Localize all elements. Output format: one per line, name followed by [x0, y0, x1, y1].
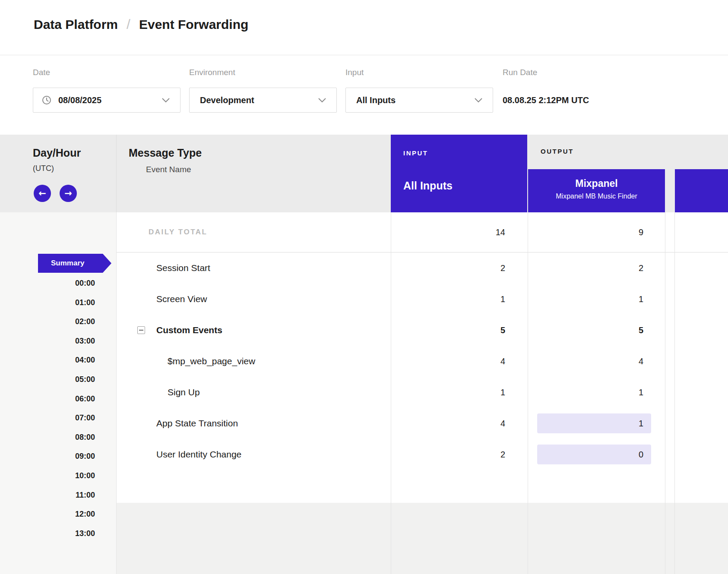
- output-count-highlighted: 1: [537, 413, 651, 433]
- table-row: App State Transition 4 1: [117, 408, 728, 439]
- hour-label[interactable]: 03:00: [0, 331, 95, 351]
- clock-icon: [42, 95, 51, 105]
- hour-label[interactable]: 00:00: [0, 274, 95, 293]
- hour-label[interactable]: 05:00: [0, 370, 95, 389]
- output-count-highlighted: 0: [537, 445, 651, 464]
- grid-header: Day/Hour (UTC) ← → Message Type Event Na…: [0, 135, 728, 212]
- filter-bar: Date Environment Input Run Date 08/08/20…: [0, 56, 728, 135]
- page-title: Event Forwarding: [139, 17, 248, 32]
- daily-total-output-value: 9: [528, 212, 665, 252]
- input-filter-label: Input: [345, 68, 364, 77]
- input-dropdown-value: All Inputs: [356, 95, 396, 105]
- message-type-title: Message Type: [129, 147, 202, 159]
- chevron-down-icon: [475, 98, 482, 103]
- event-name: Custom Events: [156, 315, 222, 346]
- environment-dropdown-value: Development: [200, 95, 254, 105]
- hour-label[interactable]: 06:00: [0, 389, 95, 409]
- grid-body: DAILY TOTAL 14 9 Session Start 2 2 Scree…: [117, 212, 728, 574]
- output-column-label: OUTPUT: [541, 148, 574, 155]
- event-name: Screen View: [156, 284, 207, 315]
- input-count: 1: [391, 284, 528, 315]
- output-name: Mixpanel: [528, 178, 665, 189]
- daily-total-input-value: 14: [391, 212, 528, 252]
- event-rows: Session Start 2 2 Screen View 1 1 Custom…: [117, 252, 728, 470]
- table-row: $mp_web_page_view 4 4: [117, 346, 728, 377]
- output-count: 4: [528, 346, 665, 377]
- day-nav-buttons: ← →: [34, 185, 77, 202]
- column-divider: [665, 212, 665, 574]
- event-name-subtitle: Event Name: [146, 165, 191, 174]
- table-row: Session Start 2 2: [117, 252, 728, 284]
- daily-total-row: DAILY TOTAL 14 9: [117, 212, 728, 252]
- run-date-value: 08.08.25 2:12PM UTC: [503, 88, 589, 113]
- output-connection-name: Mixpanel MB Music Finder: [528, 192, 665, 200]
- input-column-selected: All Inputs: [403, 180, 453, 192]
- next-output-column-partial: [675, 169, 728, 212]
- input-count: 4: [391, 408, 528, 439]
- hour-label[interactable]: 07:00: [0, 408, 95, 428]
- breadcrumb: Data Platform / Event Forwarding: [34, 16, 248, 32]
- output-count: 1: [528, 377, 665, 408]
- environment-filter-label: Environment: [189, 68, 235, 77]
- event-name: Session Start: [156, 252, 210, 284]
- hour-list: 00:00 01:00 02:00 03:00 04:00 05:00 06:0…: [0, 274, 95, 543]
- hour-label[interactable]: 11:00: [0, 486, 95, 505]
- time-column: Summary 00:00 01:00 02:00 03:00 04:00 05…: [0, 212, 117, 574]
- input-dropdown[interactable]: All Inputs: [345, 88, 493, 113]
- table-row: Custom Events 5 5: [117, 315, 728, 346]
- chevron-down-icon: [318, 98, 326, 103]
- collapse-icon[interactable]: [137, 326, 145, 334]
- hour-label[interactable]: 02:00: [0, 312, 95, 331]
- breadcrumb-data-platform[interactable]: Data Platform: [34, 17, 118, 32]
- output-column-mixpanel: Mixpanel Mixpanel MB Music Finder: [528, 169, 665, 212]
- hour-label[interactable]: 13:00: [0, 524, 95, 543]
- next-day-button[interactable]: →: [60, 185, 77, 202]
- hour-label[interactable]: 12:00: [0, 505, 95, 524]
- table-row: Screen View 1 1: [117, 284, 728, 315]
- output-count: 5: [528, 315, 665, 346]
- event-name: $mp_web_page_view: [168, 346, 255, 377]
- grid-body-empty-area: [117, 503, 728, 574]
- input-count: 5: [391, 315, 528, 346]
- run-date-label: Run Date: [503, 68, 537, 77]
- day-hour-header: Day/Hour (UTC) ← →: [0, 135, 117, 212]
- event-name: App State Transition: [156, 408, 238, 439]
- input-count: 2: [391, 439, 528, 470]
- input-column-header: INPUT All Inputs: [391, 135, 527, 212]
- hour-label[interactable]: 04:00: [0, 350, 95, 370]
- hour-label[interactable]: 09:00: [0, 447, 95, 466]
- column-divider: [674, 212, 675, 574]
- input-column-label: INPUT: [403, 149, 428, 157]
- prev-day-button[interactable]: ←: [34, 185, 51, 202]
- event-name: Sign Up: [168, 377, 200, 408]
- event-name: User Identity Change: [156, 439, 241, 470]
- environment-dropdown[interactable]: Development: [189, 88, 337, 113]
- day-hour-title: Day/Hour: [33, 147, 81, 159]
- output-count: 2: [528, 252, 665, 284]
- breadcrumb-separator: /: [127, 16, 130, 32]
- output-count: 1: [528, 284, 665, 315]
- hour-label[interactable]: 10:00: [0, 466, 95, 486]
- top-bar: Data Platform / Event Forwarding: [0, 0, 728, 55]
- daily-total-label: DAILY TOTAL: [149, 228, 207, 237]
- input-count: 2: [391, 252, 528, 284]
- input-count: 4: [391, 346, 528, 377]
- date-filter-label: Date: [33, 68, 50, 77]
- hour-label[interactable]: 08:00: [0, 428, 95, 447]
- table-row: Sign Up 1 1: [117, 377, 728, 408]
- input-count: 1: [391, 377, 528, 408]
- summary-marker[interactable]: Summary: [38, 254, 111, 273]
- chevron-down-icon: [162, 98, 170, 103]
- date-dropdown-value: 08/08/2025: [58, 95, 101, 105]
- hour-label[interactable]: 01:00: [0, 293, 95, 312]
- date-dropdown[interactable]: 08/08/2025: [33, 88, 180, 113]
- event-forwarding-screen: Data Platform / Event Forwarding Date En…: [0, 0, 728, 574]
- day-hour-timezone: (UTC): [33, 164, 54, 173]
- table-row: User Identity Change 2 0: [117, 439, 728, 470]
